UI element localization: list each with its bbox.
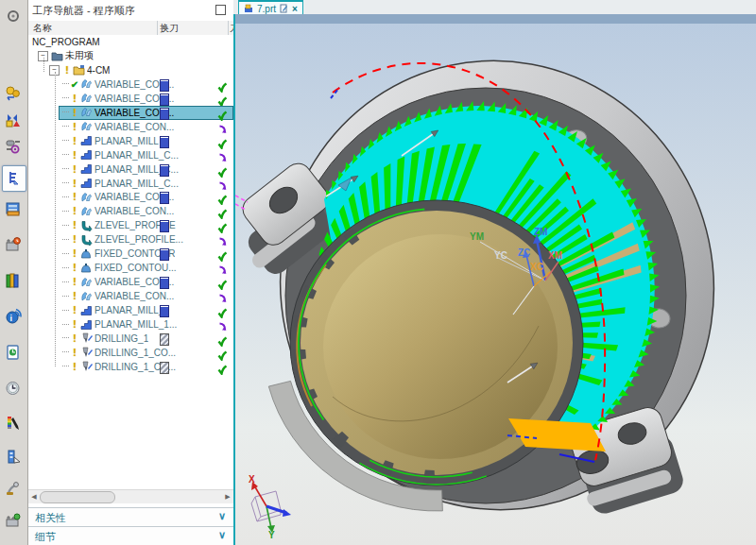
tree-row-planar_mill_1[interactable]: !PLANAR_MILL_1	[28, 303, 233, 317]
tree-row-planar_mill_1[interactable]: !PLANAR_MILL_1...	[28, 317, 233, 332]
warning-icon: !	[70, 150, 79, 161]
tree-row-variable_con[interactable]: !VARIABLE_CON...	[28, 106, 233, 120]
row-label: NC_PROGRAM	[32, 37, 100, 47]
tree-line	[62, 211, 69, 213]
chevron-down-icon[interactable]: ∨	[218, 529, 226, 541]
operation-type-icon	[80, 361, 93, 372]
tool-change-icon	[160, 305, 169, 317]
tree-row-variable_con[interactable]: !VARIABLE_CON...	[28, 92, 233, 106]
warning-icon: !	[70, 333, 79, 344]
tree-line	[62, 225, 69, 227]
toolpath-status-green-icon	[217, 192, 228, 202]
tree-row-planar_mill_c[interactable]: !PLANAR_MILL_C...	[28, 177, 233, 191]
graphics-viewport: 7.prt ×	[233, 0, 756, 545]
machinery-icon[interactable]	[3, 510, 24, 531]
process-studio-icon[interactable]	[3, 234, 24, 255]
navigator-column-header[interactable]: 名称 换刀 刀	[28, 21, 233, 36]
row-label: PLANAR_MILL_C...	[94, 150, 179, 161]
part-tab[interactable]: 7.prt ×	[238, 0, 303, 15]
tree-row-nc_program[interactable]: NC_PROGRAM	[28, 35, 233, 49]
chevron-down-icon[interactable]: ∨	[218, 510, 226, 522]
horizontal-scrollbar[interactable]: ◀ ▶	[28, 489, 233, 503]
tree-row-planar_mill_c[interactable]: !PLANAR_MILL_C...	[28, 148, 233, 162]
model-canvas[interactable]: ZMYMXMZCYCXCXY	[233, 14, 756, 545]
tree-row-zlevel_profile[interactable]: !ZLEVEL_PROFILE...	[28, 232, 233, 247]
tree-line	[62, 182, 69, 184]
toolpath-status-purple-icon	[217, 179, 228, 189]
tree-row-4-cm[interactable]: −!4-CM	[28, 63, 233, 77]
tree-row-variable_con[interactable]: !VARIABLE_CON...	[28, 190, 233, 204]
dependencies-panel-bar[interactable]: 相关性 ∨	[28, 507, 233, 526]
warning-icon: !	[70, 234, 79, 245]
row-label: ZLEVEL_PROFILE...	[94, 234, 183, 245]
tree-line	[62, 168, 69, 170]
library-icon[interactable]	[3, 270, 24, 291]
operation-navigator-icon[interactable]	[2, 165, 26, 192]
constraint-navigator-icon[interactable]	[3, 110, 24, 130]
tree-line	[62, 196, 69, 198]
part-navigator-icon[interactable]	[3, 136, 24, 157]
tree-row-planar_mill[interactable]: !PLANAR_MILL	[28, 134, 233, 148]
tab-close-icon[interactable]: ×	[292, 4, 298, 14]
toolpath-status-green-icon	[217, 164, 228, 175]
machine-tool-navigator-icon[interactable]	[3, 198, 24, 219]
operation-type-icon	[80, 291, 93, 302]
tree-row-variable_con[interactable]: !VARIABLE_CON...	[28, 289, 233, 303]
manipulator-icon[interactable]	[3, 478, 24, 499]
history-icon[interactable]	[3, 378, 24, 399]
column-name[interactable]: 名称	[33, 22, 52, 35]
operation-type-icon	[80, 305, 93, 316]
tree-row-zlevel_profile[interactable]: !ZLEVEL_PROFILE	[28, 218, 233, 232]
tree-row-variable_con[interactable]: !VARIABLE_CON...	[28, 204, 233, 218]
row-label: FIXED_CONTOU...	[94, 263, 177, 273]
tree-row-drilling_1[interactable]: !DRILLING_1	[28, 332, 233, 346]
warning-icon: !	[70, 220, 79, 230]
tree-line	[62, 140, 69, 142]
tree-row-drilling_1_co[interactable]: !DRILLING_1_CO...	[28, 360, 233, 374]
tree-row-variable_con[interactable]: !VARIABLE_CON...	[28, 120, 233, 134]
assembly-navigator-icon[interactable]	[3, 83, 24, 104]
tree-line	[62, 296, 69, 298]
warning-icon: !	[70, 263, 79, 273]
axis-label-XM: XM	[548, 250, 562, 261]
row-label: PLANAR_MILL_C...	[94, 179, 179, 189]
viewport-top-strip	[235, 14, 756, 24]
history-doc-icon[interactable]	[3, 342, 24, 363]
internet-icon[interactable]: i	[3, 306, 24, 327]
row-label: 4-CM	[87, 65, 110, 76]
operation-type-icon	[80, 220, 93, 231]
settings-gear-icon[interactable]	[3, 6, 24, 26]
toolpath-status-purple-icon	[217, 319, 228, 330]
warning-icon: !	[70, 108, 79, 118]
tree-row-variable_con[interactable]: ✔VARIABLE_CON...	[28, 77, 233, 92]
operation-type-icon	[80, 319, 93, 331]
visualization-palette-icon[interactable]	[3, 413, 24, 434]
toolpath-status-purple-icon	[217, 150, 228, 161]
modified-doc-icon	[280, 4, 288, 13]
tree-row-fixed_contou[interactable]: !FIXED_CONTOU...	[28, 261, 233, 275]
warning-icon: !	[70, 291, 79, 301]
row-label: DRILLING_1	[94, 333, 148, 344]
scroll-right-arrow[interactable]: ▶	[223, 492, 232, 502]
scrollbar-thumb[interactable]	[40, 491, 115, 503]
tree-row-[interactable]: −未用项	[28, 49, 233, 63]
tree-row-drilling_1_co[interactable]: !DRILLING_1_CO...	[28, 346, 233, 360]
tree-row-fixed_contour[interactable]: !FIXED_CONTOUR	[28, 247, 233, 261]
warning-icon: !	[70, 122, 79, 132]
float-panel-icon[interactable]	[215, 5, 226, 15]
toolpath-status-green-icon	[217, 277, 228, 287]
view-triad[interactable]	[251, 482, 291, 533]
row-label: VARIABLE_CON...	[94, 122, 174, 132]
tree-row-variable_con[interactable]: !VARIABLE_CON...	[28, 275, 233, 289]
system-scene-icon[interactable]	[3, 446, 24, 467]
column-tool-change[interactable]: 换刀	[160, 22, 179, 35]
warning-icon: !	[62, 65, 72, 76]
scroll-left-arrow[interactable]: ◀	[29, 492, 39, 502]
axis-label-ZC: ZC	[518, 247, 530, 258]
warning-icon: !	[70, 248, 79, 259]
tree-line	[62, 281, 69, 283]
details-panel-bar[interactable]: 细节 ∨	[28, 526, 233, 545]
tree-row-planar_mill_c[interactable]: !PLANAR_MILL_C...	[28, 162, 233, 177]
tree-line	[62, 126, 69, 128]
toolpath-status-green-icon	[217, 248, 228, 259]
